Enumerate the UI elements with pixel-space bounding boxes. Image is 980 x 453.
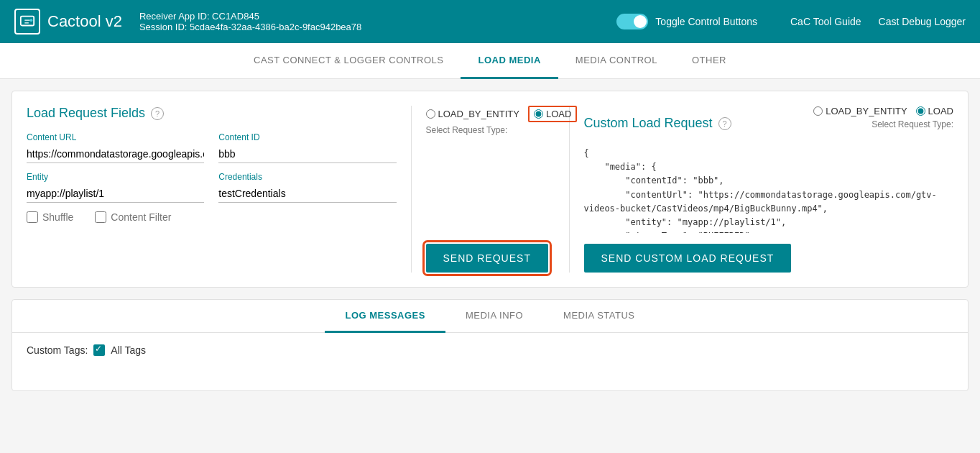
load-radio[interactable] xyxy=(534,109,543,119)
request-type-row: LOAD_BY_ENTITY LOAD xyxy=(426,106,578,122)
content-filter-label: Content Filter xyxy=(111,211,171,223)
content-filter-checkbox-item[interactable]: Content Filter xyxy=(95,211,171,223)
credentials-input[interactable] xyxy=(218,185,396,203)
receiver-app-id: Receiver App ID: CC1AD845 xyxy=(139,11,361,22)
select-request-label: Select Request Type: xyxy=(426,125,578,135)
entity-row: Entity Credentials xyxy=(27,172,397,203)
entity-input[interactable] xyxy=(27,185,204,203)
load-request-panel: Load Request Fields ? Content URL Conten… xyxy=(27,106,412,273)
tab-media-info[interactable]: MEDIA INFO xyxy=(445,300,543,333)
custom-load-by-entity-radio[interactable] xyxy=(813,106,823,116)
custom-load-by-entity-label: LOAD_BY_ENTITY xyxy=(826,106,907,116)
logo-text: Cactool v2 xyxy=(47,12,122,31)
all-tags-label: All Tags xyxy=(111,344,146,356)
entity-label: Entity xyxy=(27,172,204,182)
custom-load-radio-item[interactable]: LOAD xyxy=(916,106,953,116)
load-label: LOAD xyxy=(546,109,571,119)
main-nav: CAST CONNECT & LOGGER CONTROLS LOAD MEDI… xyxy=(0,43,980,79)
load-request-help-icon[interactable]: ? xyxy=(151,107,164,120)
entity-group: Entity xyxy=(27,172,204,203)
shuffle-checkbox-item[interactable]: Shuffle xyxy=(27,211,73,223)
main-content: Load Request Fields ? Content URL Conten… xyxy=(0,79,980,403)
svg-point-1 xyxy=(30,19,33,22)
custom-load-panel: Custom Load Request ? LOAD_BY_ENTITY LOA… xyxy=(570,106,954,273)
load-request-title: Load Request Fields ? xyxy=(27,106,397,121)
all-tags-checkbox[interactable] xyxy=(93,344,105,356)
custom-select-request-label: Select Request Type: xyxy=(872,119,953,129)
content-url-input[interactable] xyxy=(27,145,204,163)
content-id-group: Content ID xyxy=(218,132,396,163)
credentials-group: Credentials xyxy=(218,172,396,203)
app-header: Cactool v2 Receiver App ID: CC1AD845 Ses… xyxy=(0,0,980,43)
load-by-entity-radio[interactable] xyxy=(426,109,435,119)
send-request-button[interactable]: SEND REQUEST xyxy=(426,244,548,273)
content-url-label: Content URL xyxy=(27,132,204,142)
custom-request-type-right: LOAD_BY_ENTITY LOAD Select Request Type: xyxy=(813,106,953,141)
custom-tags-row: Custom Tags: All Tags xyxy=(27,344,953,356)
bottom-section: LOG MESSAGES MEDIA INFO MEDIA STATUS Cus… xyxy=(11,299,969,391)
bottom-tabs: LOG MESSAGES MEDIA INFO MEDIA STATUS xyxy=(12,300,968,333)
logo-icon xyxy=(14,9,40,35)
header-links: CaC Tool Guide Cast Debug Logger xyxy=(790,16,966,27)
content-url-row: Content URL Content ID xyxy=(27,132,397,163)
toggle-label: Toggle Control Buttons xyxy=(655,16,757,27)
session-id: Session ID: 5cdae4fa-32aa-4386-ba2c-9fac… xyxy=(139,22,361,32)
checkbox-row: Shuffle Content Filter xyxy=(27,211,397,223)
credentials-label: Credentials xyxy=(218,172,396,182)
custom-load-by-entity-radio-item[interactable]: LOAD_BY_ENTITY xyxy=(813,106,907,116)
custom-panel-header: Custom Load Request ? LOAD_BY_ENTITY LOA… xyxy=(584,106,954,141)
logo: Cactool v2 xyxy=(14,9,122,35)
custom-json-editor[interactable]: { "media": { "contentId": "bbb", "conten… xyxy=(584,147,954,233)
load-by-entity-radio-item[interactable]: LOAD_BY_ENTITY xyxy=(426,109,519,119)
tab-load-media[interactable]: LOAD MEDIA xyxy=(461,43,558,79)
custom-load-label: LOAD xyxy=(928,106,953,116)
custom-tags-label: Custom Tags: xyxy=(27,344,88,356)
custom-load-radio[interactable] xyxy=(916,106,925,116)
content-url-group: Content URL xyxy=(27,132,204,163)
tab-other[interactable]: OTHER xyxy=(675,43,744,79)
load-by-entity-label: LOAD_BY_ENTITY xyxy=(438,109,519,119)
top-card: Load Request Fields ? Content URL Conten… xyxy=(11,91,969,288)
toggle-area: Toggle Control Buttons xyxy=(616,14,757,29)
bottom-content: Custom Tags: All Tags xyxy=(12,333,968,390)
cast-debug-logger-link[interactable]: Cast Debug Logger xyxy=(879,16,966,27)
cac-tool-guide-link[interactable]: CaC Tool Guide xyxy=(790,16,861,27)
middle-panel: LOAD_BY_ENTITY LOAD Select Request Type:… xyxy=(412,106,570,273)
content-id-input[interactable] xyxy=(218,145,396,163)
custom-request-type-row: LOAD_BY_ENTITY LOAD xyxy=(813,106,953,116)
shuffle-label: Shuffle xyxy=(42,211,73,223)
custom-panel-title: Custom Load Request ? xyxy=(584,116,731,131)
send-custom-load-button[interactable]: SEND CUSTOM LOAD REQUEST xyxy=(584,244,792,273)
custom-load-help-icon[interactable]: ? xyxy=(718,117,731,130)
tab-cast-connect[interactable]: CAST CONNECT & LOGGER CONTROLS xyxy=(236,43,461,79)
content-filter-checkbox[interactable] xyxy=(95,211,106,223)
shuffle-checkbox[interactable] xyxy=(27,211,38,223)
tab-log-messages[interactable]: LOG MESSAGES xyxy=(325,300,445,333)
toggle-switch[interactable] xyxy=(616,14,648,29)
header-info: Receiver App ID: CC1AD845 Session ID: 5c… xyxy=(139,11,361,32)
tab-media-status[interactable]: MEDIA STATUS xyxy=(543,300,655,333)
content-id-label: Content ID xyxy=(218,132,396,142)
tab-media-control[interactable]: MEDIA CONTROL xyxy=(558,43,675,79)
